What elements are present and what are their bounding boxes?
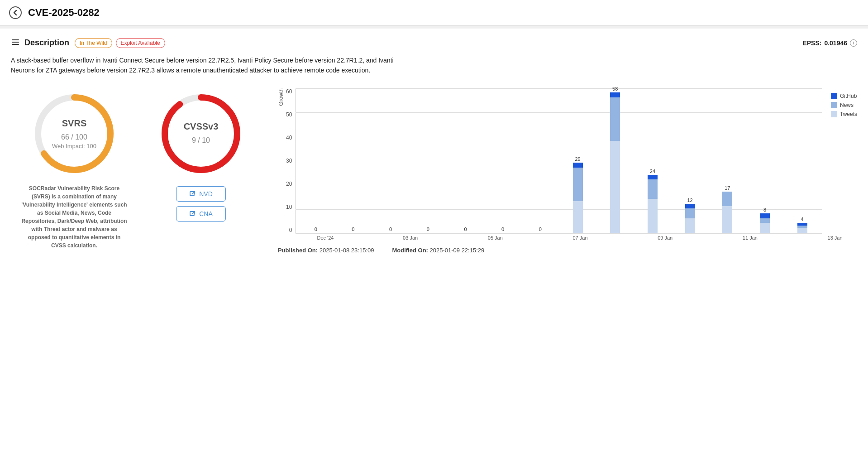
main-content: Description In The Wild Exploit Avaliabl… [0,29,868,264]
bar-stack [561,163,595,233]
bar-stack [785,223,819,232]
epss-info-icon[interactable]: i [850,39,857,47]
bar-github [610,92,620,97]
nvd-button[interactable]: NVD [176,186,226,202]
bar-tweets [648,199,658,233]
bar-github [760,213,770,218]
list-icon [11,38,20,48]
published-value: 2025-01-08 23:15:09 [320,247,374,254]
bar-stack [598,92,632,232]
bar-label-top: 8 [763,207,766,212]
bar-group: 0 [486,88,520,233]
bar-news [573,168,583,202]
chart-legend: GitHub News Tweets [822,93,857,117]
bar-group: 0 [299,88,333,233]
bar-tweets [685,218,695,233]
svrs-label: SVRS [52,118,96,128]
section-title: Description [24,38,69,48]
epss-value: 0.01946 [824,39,847,47]
bar-news [610,97,620,141]
bar-label-top: 0 [315,226,317,232]
scores-row: SVRS 66 / 100 Web Impact: 100 SOCRadar V… [11,88,857,255]
legend-tweets: Tweets [831,111,857,117]
bar-group: 0 [336,88,370,233]
bar-group: 24 [636,88,670,233]
bar-label-top: 58 [612,86,618,92]
badge-exploit[interactable]: Exploit Avaliable [116,38,165,48]
bar-news [648,179,658,199]
svrs-description: SOCRadar Vulnerability Risk Score (SVRS)… [15,179,133,255]
bar-group: 29 [561,88,595,233]
back-button[interactable] [9,6,22,19]
bar-group: 0 [448,88,482,233]
news-legend-label: News [840,102,854,108]
bars-area: 0000000295824121784 [296,88,822,233]
chart-y-axis-label: Growth [278,88,284,106]
x-label: 09 Jan [646,235,685,241]
modified-value: 2025-01-09 22:15:29 [430,247,485,254]
svrs-section: SVRS 66 / 100 Web Impact: 100 SOCRadar V… [11,88,138,255]
bar-group: 0 [523,88,557,233]
epss-label: EPSS: [802,39,821,47]
y-axis: 60 50 40 30 20 10 0 [286,88,296,233]
bar-stack [636,175,670,233]
legend-news: News [831,102,857,108]
news-legend-color [831,102,837,108]
bar-group: 58 [598,88,632,233]
bar-stack [748,213,782,233]
bar-group: 0 [411,88,445,233]
badge-in-the-wild[interactable]: In The Wild [75,38,112,48]
bar-label-top: 0 [539,226,542,232]
epss-score: EPSS: 0.01946 i [802,39,857,47]
github-legend-color [831,93,837,99]
page-title: CVE-2025-0282 [28,7,100,19]
cvss-donut: CVSSv3 9 / 10 [156,88,246,179]
cvss-buttons: NVD CNA [176,186,226,222]
chart-bars-wrapper: 0000000295824121784 [296,88,822,233]
cvss-score: 9 / 10 [184,132,219,146]
x-label: Dec '24 [306,235,345,241]
cvss-label: CVSSv3 [184,121,219,132]
legend-github: GitHub [831,93,857,99]
published-on: Published On: 2025-01-08 23:15:09 [278,247,374,254]
published-label: Published On: [278,247,318,254]
cvss-section: CVSSv3 9 / 10 NVD [138,88,264,222]
x-label: 05 Jan [476,235,515,241]
bar-tweets [610,141,620,233]
published-row: Published On: 2025-01-08 23:15:09 Modifi… [278,247,857,254]
bar-github [685,204,695,209]
cna-button[interactable]: CNA [176,206,226,222]
modified-label: Modified On: [392,247,428,254]
tweets-legend-label: Tweets [840,111,857,117]
bar-group: 12 [673,88,707,233]
bar-group: 4 [785,88,819,233]
chart-outer: Growth 60 50 40 30 20 10 0 [278,88,857,241]
bar-label-top: 24 [650,169,655,174]
bar-tweets [797,228,807,233]
bar-label-top: 0 [501,226,504,232]
page-header: CVE-2025-0282 [0,0,868,26]
section-header: Description In The Wild Exploit Avaliabl… [11,38,857,48]
bar-tweets [722,206,732,233]
tweets-legend-color [831,111,837,117]
nvd-label: NVD [199,190,213,198]
x-axis: Dec '2403 Jan05 Jan07 Jan09 Jan11 Jan13 … [286,233,857,241]
bar-group: 17 [711,88,744,233]
svrs-score: 66 / 100 [52,128,96,142]
bar-group: 0 [374,88,408,233]
description-text: A stack-based buffer overflow in Ivanti … [11,55,418,76]
modified-on: Modified On: 2025-01-09 22:15:29 [392,247,484,254]
bar-tweets [760,223,770,232]
svrs-sub: Web Impact: 100 [52,142,96,149]
bar-news [722,192,732,206]
bar-label-top: 29 [575,156,580,162]
bar-label-top: 12 [687,198,692,203]
cna-label: CNA [199,210,213,217]
bar-tweets [573,201,583,232]
x-label: 13 Jan [816,235,854,241]
chart-section: Growth 60 50 40 30 20 10 0 [264,88,857,254]
bar-label-top: 0 [464,226,467,232]
bar-stack [673,204,707,233]
bar-news [760,218,770,223]
github-legend-label: GitHub [840,93,857,99]
